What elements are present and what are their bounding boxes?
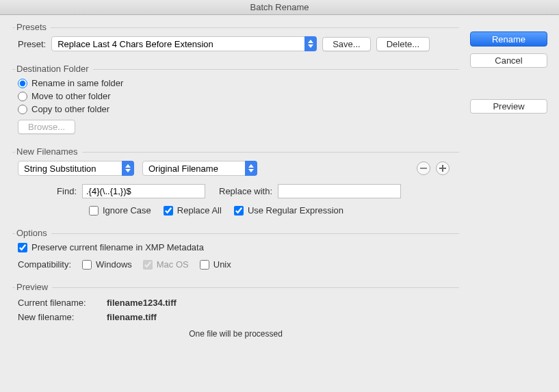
preset-label: Preset: <box>18 39 46 49</box>
radio-rename-same-input[interactable] <box>18 79 27 88</box>
rename-button[interactable]: Rename <box>470 31 547 47</box>
compat-windows-checkbox[interactable]: Windows <box>82 259 132 270</box>
window-title: Batch Rename <box>0 0 559 15</box>
compat-windows-input[interactable] <box>82 260 92 270</box>
compat-unix-checkbox[interactable]: Unix <box>200 259 231 270</box>
radio-rename-same[interactable]: Rename in same folder <box>18 78 454 88</box>
compat-unix-input[interactable] <box>200 260 209 270</box>
compat-macos-label: Mac OS <box>157 259 189 270</box>
replace-all-input[interactable] <box>164 206 173 215</box>
destination-section: Destination Folder Rename in same folder… <box>12 69 459 146</box>
options-legend: Options <box>15 228 51 238</box>
preset-select[interactable]: Replace Last 4 Chars Before Extension <box>51 36 317 51</box>
radio-copy-other[interactable]: Copy to other folder <box>18 104 454 114</box>
plus-icon <box>439 165 446 172</box>
compat-macos-checkbox: Mac OS <box>143 259 189 270</box>
current-filename-value: filename1234.tiff <box>107 298 454 308</box>
svg-rect-8 <box>439 168 446 169</box>
replace-all-label: Replace All <box>177 205 222 215</box>
use-regex-input[interactable] <box>234 206 244 215</box>
presets-legend: Presets <box>15 22 51 32</box>
browse-button[interactable]: Browse... <box>18 120 75 134</box>
preserve-xmp-checkbox[interactable]: Preserve current filename in XMP Metadat… <box>18 242 454 252</box>
find-label: Find: <box>49 186 77 196</box>
ignore-case-input[interactable] <box>89 206 99 215</box>
replace-label: Replace with: <box>219 186 272 196</box>
substitution-type-select[interactable]: String Substitution <box>18 161 134 176</box>
remove-rule-button[interactable] <box>417 161 430 175</box>
use-regex-label: Use Regular Expression <box>248 205 343 215</box>
options-section: Options Preserve current filename in XMP… <box>12 233 459 282</box>
current-filename-label: Current filename: <box>18 298 107 308</box>
compat-unix-label: Unix <box>213 259 231 270</box>
radio-move-other-input[interactable] <box>18 92 27 101</box>
minus-icon <box>420 168 427 169</box>
preserve-xmp-input[interactable] <box>18 243 27 252</box>
new-filename-label: New filename: <box>18 312 107 322</box>
source-select[interactable]: Original Filename <box>142 161 257 176</box>
radio-copy-other-input[interactable] <box>18 105 27 114</box>
replace-all-checkbox[interactable]: Replace All <box>164 205 222 215</box>
new-filenames-legend: New Filenames <box>15 146 82 157</box>
use-regex-checkbox[interactable]: Use Regular Expression <box>234 205 343 215</box>
find-input[interactable] <box>82 184 205 198</box>
compat-macos-input <box>143 260 153 270</box>
radio-rename-same-label: Rename in same folder <box>31 78 123 88</box>
new-filename-value: filename.tiff <box>107 312 454 322</box>
radio-move-other[interactable]: Move to other folder <box>18 91 454 101</box>
preview-button[interactable]: Preview <box>470 99 547 114</box>
preview-section: Preview Current filename: filename1234.t… <box>12 287 459 344</box>
new-filenames-section: New Filenames String Substitution O <box>12 152 459 228</box>
add-rule-button[interactable] <box>436 161 450 175</box>
presets-section: Presets Preset: Replace Last 4 Chars Bef… <box>12 27 459 64</box>
ignore-case-label: Ignore Case <box>103 205 151 215</box>
preview-footer: One file will be processed <box>18 329 454 339</box>
radio-move-other-label: Move to other folder <box>31 91 111 101</box>
compat-windows-label: Windows <box>96 259 132 270</box>
destination-legend: Destination Folder <box>15 64 93 74</box>
delete-preset-button[interactable]: Delete... <box>376 37 430 51</box>
preserve-xmp-label: Preserve current filename in XMP Metadat… <box>31 242 204 252</box>
preview-legend: Preview <box>15 282 52 292</box>
save-preset-button[interactable]: Save... <box>322 37 370 51</box>
compatibility-label: Compatibility: <box>18 259 71 270</box>
ignore-case-checkbox[interactable]: Ignore Case <box>89 205 151 215</box>
cancel-button[interactable]: Cancel <box>470 53 547 68</box>
replace-input[interactable] <box>278 184 401 198</box>
svg-rect-6 <box>420 168 427 169</box>
radio-copy-other-label: Copy to other folder <box>31 104 109 114</box>
